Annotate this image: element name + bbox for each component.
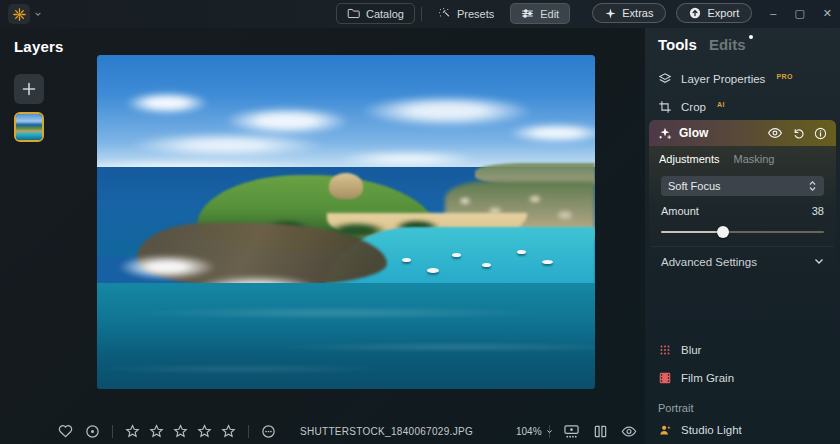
tab-edits[interactable]: Edits xyxy=(709,36,746,53)
more-options-icon[interactable] xyxy=(261,424,276,439)
tool-studio-light[interactable]: Studio Light xyxy=(645,416,840,443)
tab-edits-label: Edits xyxy=(709,36,746,53)
eye-icon xyxy=(767,127,783,139)
filmstrip-view-icon[interactable] xyxy=(563,424,580,439)
boat xyxy=(542,260,553,264)
before-after-compare-icon[interactable] xyxy=(593,424,608,439)
photo-preview[interactable] xyxy=(97,55,595,389)
boat xyxy=(452,253,461,257)
tool-label: Crop xyxy=(681,101,706,113)
tab-tools[interactable]: Tools xyxy=(658,36,697,53)
glow-visibility-toggle[interactable] xyxy=(767,127,783,139)
select-chevrons-icon xyxy=(808,180,817,192)
star-icon[interactable] xyxy=(221,424,236,438)
logo-chevron-down-icon[interactable] xyxy=(34,10,42,18)
tool-label: Studio Light xyxy=(681,424,742,436)
preview-eye-icon[interactable] xyxy=(621,425,637,438)
ai-badge: AI xyxy=(717,101,725,108)
glow-amount-label: Amount xyxy=(661,205,699,217)
tool-label: Blur xyxy=(681,344,701,356)
tab-presets[interactable]: Presets xyxy=(428,4,504,23)
layer-thumbnail[interactable] xyxy=(14,112,44,142)
add-layer-button[interactable] xyxy=(14,74,44,104)
boat xyxy=(482,263,491,267)
film-grain-icon xyxy=(658,371,672,385)
info-icon xyxy=(814,127,827,140)
glow-tab-adjustments[interactable]: Adjustments xyxy=(659,153,720,165)
layers-panel: Layers xyxy=(0,28,90,418)
minimize-button[interactable]: – xyxy=(770,7,776,19)
boat xyxy=(402,258,411,262)
glow-info-button[interactable] xyxy=(814,127,827,140)
zoom-control[interactable]: 104% xyxy=(516,426,553,437)
extras-label: Extras xyxy=(622,7,653,19)
advanced-settings-toggle[interactable]: Advanced Settings xyxy=(651,246,834,276)
glow-title: Glow xyxy=(679,126,708,140)
layers-icon xyxy=(658,72,672,86)
portrait-section-header: Portrait xyxy=(658,402,840,414)
undo-icon xyxy=(792,127,805,140)
zoom-level-label: 104% xyxy=(516,426,542,437)
sliders-icon xyxy=(521,7,534,20)
tab-edit[interactable]: Edit xyxy=(510,3,570,24)
tab-divider xyxy=(421,7,422,21)
photo-clouds xyxy=(97,73,595,173)
plus-icon xyxy=(21,81,37,97)
blur-icon xyxy=(658,343,672,357)
tab-presets-label: Presets xyxy=(457,8,494,20)
reject-flag-icon[interactable] xyxy=(85,424,100,439)
mode-tabs: Catalog Presets E xyxy=(336,3,570,24)
glow-tool-card: Glow xyxy=(649,120,836,276)
studio-light-icon xyxy=(658,423,672,437)
close-button[interactable]: ✕ xyxy=(823,7,832,20)
export-icon xyxy=(689,7,701,19)
sparkle-icon xyxy=(605,8,616,19)
top-bar: Catalog Presets E xyxy=(0,0,840,28)
extras-button[interactable]: Extras xyxy=(592,3,666,23)
chevron-down-icon xyxy=(814,258,824,265)
tool-crop[interactable]: Crop AI xyxy=(645,93,840,121)
glow-amount-thumb[interactable] xyxy=(717,226,729,238)
favorite-heart-icon[interactable] xyxy=(58,424,73,438)
maximize-button[interactable]: ▢ xyxy=(794,7,804,20)
glow-type-dropdown[interactable]: Soft Focus xyxy=(661,176,824,196)
export-button[interactable]: Export xyxy=(676,3,752,23)
tool-layer-properties[interactable]: Layer Properties PRO xyxy=(645,65,840,93)
glow-icon xyxy=(658,126,672,140)
glow-amount-slider[interactable] xyxy=(661,226,824,238)
tool-label: Layer Properties xyxy=(681,73,765,85)
app-window: Catalog Presets E xyxy=(0,0,840,444)
bottom-bar: SHUTTERSTOCK_1840067029.JPG 104% xyxy=(0,418,645,444)
boat xyxy=(517,250,526,254)
magic-wand-icon xyxy=(438,7,451,20)
layers-title: Layers xyxy=(14,38,90,55)
tool-label: Film Grain xyxy=(681,372,734,384)
glow-amount-value: 38 xyxy=(812,205,824,217)
glow-reset-button[interactable] xyxy=(792,127,805,140)
app-logo[interactable] xyxy=(8,4,30,24)
filename-label: SHUTTERSTOCK_1840067029.JPG xyxy=(300,426,460,437)
tool-blur[interactable]: Blur xyxy=(645,336,840,364)
canvas-area xyxy=(90,28,645,418)
star-rating[interactable] xyxy=(125,424,236,438)
glow-header[interactable]: Glow xyxy=(649,120,836,146)
bottombar-divider xyxy=(549,425,550,438)
star-icon[interactable] xyxy=(149,424,164,438)
edits-notification-dot xyxy=(749,35,753,39)
advanced-settings-label: Advanced Settings xyxy=(661,256,757,268)
folder-icon xyxy=(347,7,360,20)
tool-film-grain[interactable]: Film Grain xyxy=(645,364,840,392)
luminar-star-icon xyxy=(13,8,26,21)
star-icon[interactable] xyxy=(197,424,212,438)
bottombar-divider xyxy=(248,425,249,438)
glow-tab-masking[interactable]: Masking xyxy=(734,153,775,165)
export-label: Export xyxy=(707,7,739,19)
tab-catalog[interactable]: Catalog xyxy=(336,3,415,24)
star-icon[interactable] xyxy=(125,424,140,438)
bottombar-divider xyxy=(112,425,113,438)
star-icon[interactable] xyxy=(173,424,188,438)
photo-cliff xyxy=(329,173,363,199)
tools-panel: Tools Edits Layer Properties PRO Crop AI xyxy=(645,28,840,444)
tab-edit-label: Edit xyxy=(540,8,559,20)
boat xyxy=(427,268,439,273)
